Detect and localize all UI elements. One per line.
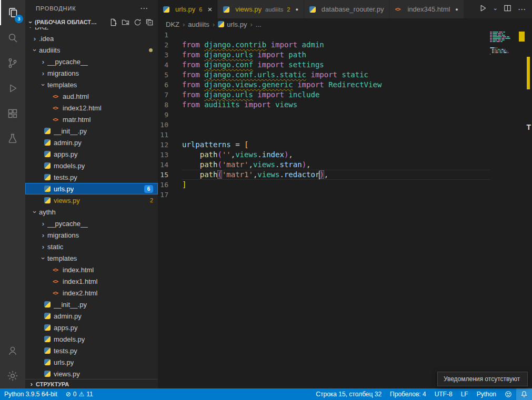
code-line[interactable]: 8from audiiits import views <box>158 100 490 110</box>
testing-icon[interactable] <box>0 126 25 151</box>
cursor-position-status[interactable]: Строка 15, столбец 32 <box>312 388 386 400</box>
structure-section-header[interactable]: › СТРУКТУРА <box>25 379 158 388</box>
tab-urls.py[interactable]: urls.py6× <box>158 0 218 18</box>
tree-folder-static[interactable]: ›static <box>25 241 158 252</box>
code-line[interactable]: 7from django.urls import include <box>158 90 490 100</box>
python-interpreter-status[interactable]: Python 3.9.5 64-bit <box>0 388 62 400</box>
token: index <box>262 150 284 159</box>
tree-folder-aythh[interactable]: ›aythh <box>25 206 158 218</box>
tree-file-tests.py[interactable]: tests.py <box>25 171 158 183</box>
html-icon: <> <box>53 117 61 122</box>
tree-file-index2.html[interactable]: <>index2.html <box>25 287 158 299</box>
tree-folder-migrations[interactable]: ›migrations <box>25 67 158 79</box>
run-python-file-icon[interactable] <box>479 4 487 14</box>
tree-folder-DKZ[interactable]: ›DKZ <box>25 27 158 33</box>
code-line[interactable]: 9 <box>158 110 490 120</box>
tree-folder-__pycache__[interactable]: ›__pycache__ <box>25 56 158 67</box>
tree-file-index1.html[interactable]: <>index1.html <box>25 275 158 287</box>
code-line[interactable]: 11 <box>158 130 490 140</box>
language-mode-status[interactable]: Python <box>473 388 500 400</box>
tree-folder-templates[interactable]: ›templates <box>25 79 158 90</box>
tree-file-urls.py[interactable]: urls.py6 <box>25 183 158 194</box>
code-line[interactable]: 2from django.contrib import admin <box>158 40 490 50</box>
tree-file-apps.py[interactable]: apps.py <box>25 322 158 333</box>
eol-status[interactable]: LF <box>457 388 473 400</box>
code-line[interactable]: 10 <box>158 120 490 130</box>
tree-file-index.html[interactable]: <>index.html <box>25 264 158 275</box>
code-line[interactable]: 5from django.conf.urls.static import sta… <box>158 70 490 80</box>
tree-file-views.py[interactable]: views.py <box>25 368 158 379</box>
code-line[interactable]: 14 path('matr',views.stran), <box>158 160 490 170</box>
split-editor-icon[interactable] <box>504 4 511 14</box>
new-file-icon[interactable] <box>108 17 118 27</box>
code-line[interactable]: 1 <box>158 30 490 40</box>
tree-file-views.py[interactable]: views.py2 <box>25 194 158 206</box>
breadcrumb-item[interactable]: audiiits <box>188 20 209 28</box>
indentation-status[interactable]: Пробелов: 4 <box>386 388 430 400</box>
settings-gear-icon[interactable] <box>0 363 25 388</box>
activity-bar: 3 <box>0 0 25 388</box>
code-line[interactable]: 12urlpatterns = [ <box>158 140 490 150</box>
run-and-debug-icon[interactable] <box>0 76 25 101</box>
tree-file-apps.py[interactable]: apps.py <box>25 148 158 160</box>
tree-file-admin.py[interactable]: admin.py <box>25 310 158 322</box>
line-number: 8 <box>158 100 182 110</box>
python-icon <box>223 6 229 13</box>
tree-file-tests.py[interactable]: tests.py <box>25 345 158 356</box>
overview-ruler[interactable]: T <box>525 30 532 388</box>
tree-folder-__pycache__[interactable]: ›__pycache__ <box>25 218 158 229</box>
tree-file-__init__.py[interactable]: __init__.py <box>25 125 158 137</box>
encoding-status[interactable]: UTF-8 <box>430 388 457 400</box>
new-folder-icon[interactable] <box>120 17 131 27</box>
source-control-icon[interactable] <box>0 50 25 76</box>
tree-file-urls.py[interactable]: urls.py <box>25 356 158 368</box>
breadcrumb-item[interactable]: urls.py <box>227 20 247 28</box>
search-icon[interactable] <box>0 25 25 50</box>
tab-database_roouter.py[interactable]: database_roouter.py <box>304 0 390 18</box>
explorer-icon[interactable]: 3 <box>0 0 25 25</box>
eol-label: LF <box>461 391 468 398</box>
tree-file-__init__.py[interactable]: __init__.py <box>25 299 158 310</box>
notifications-bell-icon[interactable] <box>516 388 532 400</box>
breadcrumb-separator-icon: › <box>250 20 252 28</box>
accounts-icon[interactable] <box>0 338 25 363</box>
code-line[interactable]: 6from django.views.generic import Redire… <box>158 80 490 90</box>
extensions-icon[interactable] <box>0 101 25 126</box>
run-dropdown-chevron-icon[interactable]: › <box>493 7 498 12</box>
tab-index345.html[interactable]: <>index345.html● <box>389 0 464 18</box>
tree-file-models.py[interactable]: models.py <box>25 333 158 345</box>
problems-status[interactable]: ⊘ 0 ⚠ 11 <box>62 388 97 400</box>
workspace-section-header[interactable]: › (РАБОЧАЯ ОБЛАСТЬ) ... <box>25 17 158 27</box>
code-line[interactable]: 15 path('matr1',views.redactor), <box>158 170 490 180</box>
tree-file-aud.html[interactable]: <>aud.html <box>25 90 158 102</box>
code-line[interactable]: 3from django.urls import path <box>158 50 490 60</box>
code-line[interactable]: 17 <box>158 190 490 200</box>
html-icon: <> <box>53 279 61 284</box>
tree-folder-migrations[interactable]: ›migrations <box>25 229 158 241</box>
collapse-all-icon[interactable] <box>144 17 155 27</box>
tree-file-matr.html[interactable]: <>matr.html <box>25 114 158 125</box>
breadcrumb-item[interactable]: DKZ <box>166 20 179 28</box>
minimap[interactable] <box>490 30 525 57</box>
tab-views.py[interactable]: views.pyaudiiits2● <box>218 0 304 18</box>
tree-file-models.py[interactable]: models.py <box>25 160 158 171</box>
notification-toast[interactable]: Уведомления отсутствуют <box>437 372 528 386</box>
chevron-right-icon: › <box>39 243 47 250</box>
more-actions-icon[interactable]: ⋯ <box>140 4 148 13</box>
file-tree: ›DKZ›.idea›audiiits›__pycache__›migratio… <box>25 27 158 379</box>
token: admin <box>302 40 324 49</box>
code-line[interactable]: 16] <box>158 180 490 190</box>
code-line[interactable]: 4from django.conf import settings <box>158 60 490 70</box>
breadcrumb-item[interactable]: ... <box>256 20 262 28</box>
refresh-icon[interactable] <box>132 17 143 27</box>
tree-file-admin.py[interactable]: admin.py <box>25 137 158 148</box>
tree-folder-audiiits[interactable]: ›audiiits <box>25 44 158 56</box>
line-number: 2 <box>158 40 182 50</box>
tree-file-index12.html[interactable]: <>index12.html <box>25 102 158 114</box>
tree-folder-.idea[interactable]: ›.idea <box>25 33 158 44</box>
feedback-icon[interactable] <box>500 388 516 400</box>
code-line[interactable]: 13 path('',views.index), <box>158 150 490 160</box>
close-icon[interactable]: × <box>207 5 212 13</box>
tree-folder-templates[interactable]: ›templates <box>25 252 158 264</box>
more-actions-icon[interactable]: ⋯ <box>518 5 526 14</box>
